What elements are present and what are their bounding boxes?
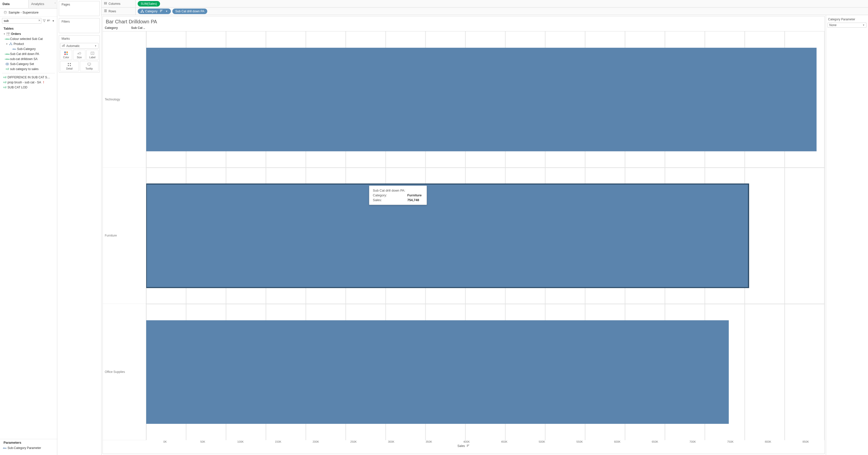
field-sub-category-to-sales[interactable]: =# sub category to sales [2,67,55,71]
table-orders[interactable]: ▾ Orders [2,31,55,36]
calc-string-icon: =Abc [5,53,9,56]
svg-rect-62 [467,446,468,447]
x-axis-tick: 500K [523,440,561,443]
mark-type-select[interactable]: Automatic ▼ [60,43,98,49]
chevron-down-icon: ▼ [165,10,168,12]
row-label-technology[interactable]: Technology [103,31,146,168]
set-icon [5,63,9,66]
svg-rect-36 [160,11,161,12]
field-diff-sub-cat[interactable]: =# DIFFERENCE IN SUB CAT S… [2,75,55,80]
datasource-row[interactable]: Sample - Superstore [0,8,57,17]
string-icon: Abc [12,47,16,51]
calc-number-icon: =# [5,68,9,71]
marks-tooltip[interactable]: Tooltip [80,61,99,71]
tooltip-category-label: Category: [373,193,407,197]
string-icon: Abc [3,447,6,450]
svg-rect-27 [106,2,107,4]
tab-analytics[interactable]: Analytics ‹ [29,0,57,8]
color-icon [61,51,71,56]
svg-rect-23 [70,65,71,66]
field-label: Sub-Category Parameter [7,446,41,450]
category-parameter-select[interactable]: None ▼ [828,23,867,28]
svg-rect-28 [104,9,107,10]
chart-plot[interactable]: Sub Cat drill down PA: Category:Furnitur… [146,31,825,440]
row-label-office-supplies[interactable]: Office Supplies [103,304,146,440]
x-axis-tick: 700K [674,440,711,443]
svg-text:T: T [92,52,93,55]
svg-rect-22 [68,65,69,66]
columns-icon [104,2,107,5]
x-axis-title[interactable]: Sales [103,443,825,448]
label-icon: T [87,51,98,56]
minimize-pane-icon[interactable]: ‹ [55,1,56,4]
field-label: SUB CAT LOD [7,86,27,89]
svg-rect-24 [88,63,91,65]
field-label: sub category to sales [10,67,38,71]
field-label: DIFFERENCE IN SUB CAT S… [7,75,50,79]
field-sub-category[interactable]: Abc Sub-Category [2,46,55,52]
field-sub-cat-drilldown-sa[interactable]: =Abc sub-cat drilldown SA [2,57,55,62]
category-parameter-value: None [829,23,837,27]
svg-rect-26 [105,2,106,4]
svg-rect-56 [146,184,748,288]
marks-card-header: Marks [59,35,99,42]
row-header-subcat[interactable]: Sub Cat .. [129,26,146,30]
main-area: Columns SUM(Sales) Rows Categ [101,0,868,455]
tab-analytics-label: Analytics [31,2,44,6]
columns-shelf[interactable]: Columns SUM(Sales) [101,0,868,7]
tooltip-icon [81,62,98,67]
pill-category[interactable]: Category ▼ [138,8,171,14]
marks-detail[interactable]: Detail [60,61,79,71]
parameter-panel: Category Parameter None ▼ [826,15,868,455]
rows-shelf[interactable]: Rows Category ▼ Sub Cat drill down PA [101,7,868,15]
field-sub-cat-drill-down-pa[interactable]: =Abc Sub Cat drill down PA [2,52,55,57]
marks-color[interactable]: Color [60,50,72,60]
row-label-furniture[interactable]: Furniture [103,168,146,304]
pages-card[interactable]: Pages [59,1,100,16]
x-axis-tick: 450K [485,440,523,443]
visualization: Bar Chart Drilldown PA Category Sub Cat … [102,16,825,454]
pill-sum-sales[interactable]: SUM(Sales) [138,1,160,6]
parameter-sub-category-parameter[interactable]: Abc Sub-Category Parameter [2,446,55,451]
table-icon [6,32,10,35]
field-prop-brush[interactable]: =# prop brush - sub cat - SA ! [2,80,55,85]
field-colour-selected-sub-cat[interactable]: =Abc Colour selected Sub Cat [2,36,55,41]
caret-down-icon: ▾ [5,43,8,45]
x-axis-tick: 600K [598,440,636,443]
filter-fields-icon[interactable] [42,19,46,23]
x-axis-tick: 150K [259,440,297,443]
detail-icon [61,62,78,67]
clear-search-icon[interactable]: ✕ [38,19,40,22]
marks-detail-label: Detail [61,67,78,70]
field-sub-cat-lod[interactable]: =# SUB CAT LOD [2,85,55,90]
category-parameter-title: Category Parameter [828,17,867,23]
x-axis-ticks: 0K50K100K150K200K250K300K350K400K450K500… [103,440,825,443]
x-axis-tick: 400K [448,440,485,443]
table-orders-label: Orders [11,32,21,36]
datasource-name: Sample - Superstore [8,10,38,14]
data-pane: Data Analytics ‹ Sample - Superstore ✕ [0,0,57,455]
rows-shelf-label: Rows [108,9,116,13]
fields-menu-icon[interactable]: ▾ [52,19,55,23]
view-mode-icon[interactable] [47,19,51,23]
marks-size[interactable]: Size [73,50,85,60]
field-sub-category-set[interactable]: Sub-Category Set [2,62,55,67]
field-product-hierarchy[interactable]: ▾ Product [2,41,55,46]
x-axis-tick: 200K [297,440,335,443]
tab-data[interactable]: Data [0,0,29,8]
svg-rect-30 [104,11,107,12]
filters-card-header: Filters [59,18,99,25]
pages-card-header: Pages [59,1,99,8]
tooltip-sales-value: 754,748 [407,198,423,202]
row-header-category[interactable]: Category [103,26,129,30]
calc-number-icon: =# [3,76,6,79]
calc-number-icon: =# [3,81,6,84]
pill-sub-cat-drill-down-pa[interactable]: Sub Cat drill down PA [172,8,208,14]
filters-card[interactable]: Filters [59,18,100,33]
marks-label[interactable]: T Label [86,50,98,60]
field-search-input[interactable] [2,18,41,24]
svg-rect-21 [70,63,71,64]
viz-title[interactable]: Bar Chart Drilldown PA [103,16,825,26]
svg-rect-29 [104,10,107,11]
tables-header: Tables [0,25,57,31]
